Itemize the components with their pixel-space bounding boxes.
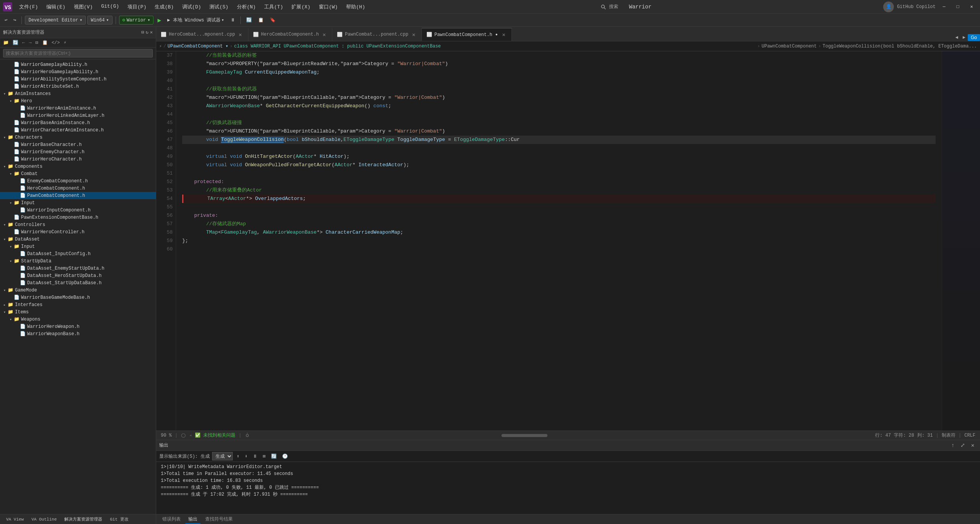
tree-item-WarriorHeroWeapon[interactable]: 📄WarriorHeroWeapon.h <box>0 323 156 330</box>
tree-item-WarriorBaseAnimInstance[interactable]: 📄WarriorBaseAnimInstance.h <box>0 119 156 126</box>
close-button[interactable]: ✕ <box>966 2 977 12</box>
horizontal-scrollbar[interactable] <box>486 434 639 437</box>
code-content[interactable]: //当前装备武器的标签 "macro">UPROPERTY("param">Bl… <box>176 51 942 431</box>
tab-pawncombat-ponent[interactable]: ⬜ PawnCombat...ponent.cpp ✕ <box>332 28 422 41</box>
toolbar-misc-2[interactable]: 📋 <box>256 16 266 24</box>
tree-item-Controllers[interactable]: ▾📁Controllers <box>0 221 156 228</box>
tree-item-WarriorHeroCharacter[interactable]: 📄WarriorHeroCharacter.h <box>0 156 156 163</box>
run-button[interactable]: ▶ <box>155 16 163 25</box>
tab-close-pawncombat[interactable]: ✕ <box>411 31 417 38</box>
project-dropdown[interactable]: ⚙ Warrior ▾ <box>119 16 154 25</box>
breadcrumb-1[interactable]: UPawnCombatComponent ▾ <box>168 43 228 49</box>
avatar[interactable]: 👤 <box>883 2 894 12</box>
maximize-button[interactable]: □ <box>952 2 963 12</box>
tree-item-WarriorCharacterAnimInstance[interactable]: 📄WarriorCharacterAnimInstance.h <box>0 126 156 134</box>
panel-close-icon[interactable]: ✕ <box>969 441 977 450</box>
panel-tool-3[interactable]: ⏸ <box>251 453 259 460</box>
tab-close-herocombat-h[interactable]: ✕ <box>321 31 327 38</box>
tab-scroll-left[interactable]: ◀ <box>953 34 960 41</box>
toolbar-undo[interactable]: ↩ <box>2 16 10 24</box>
tree-item-WarriorBaseCharacter[interactable]: 📄WarriorBaseCharacter.h <box>0 141 156 148</box>
menu-extensions[interactable]: 扩展(X) <box>287 2 314 12</box>
tree-item-WarriorAbilitySystemComponent[interactable]: 📄WarriorAbilitySystemComponent.h <box>0 75 156 83</box>
sidebar-tool-7[interactable]: </> <box>50 39 62 46</box>
sidebar-search-input[interactable] <box>3 49 153 57</box>
tree-item-WarriorHeroController[interactable]: 📄WarriorHeroController.h <box>0 228 156 236</box>
panel-tool-1[interactable]: ⬆ <box>235 453 241 460</box>
zoom-level[interactable]: 90 % <box>161 433 172 438</box>
tree-item-WarriorInputComponent[interactable]: 📄WarriorInputComponent.h <box>0 206 156 214</box>
breadcrumb-4[interactable]: ToggleWeaponCollision(bool bShouldEnable… <box>823 44 977 49</box>
tree-item-StartUpData[interactable]: ▾📁StartUpData <box>0 257 156 265</box>
menu-project[interactable]: 项目(P) <box>124 2 150 12</box>
tab-scroll-right[interactable]: ▶ <box>960 34 968 41</box>
btab-output[interactable]: 输出 <box>185 515 201 524</box>
menu-edit[interactable]: 编辑(E) <box>42 2 69 12</box>
menu-window[interactable]: 窗口(W) <box>315 2 341 12</box>
menu-build[interactable]: 生成(B) <box>151 2 177 12</box>
tree-item-PawnExtensionComponentBase[interactable]: 📄PawnExtensionComponentBase.h <box>0 214 156 221</box>
breadcrumb-2[interactable]: class WARRIOR_API UPawnCombatComponent :… <box>234 44 441 49</box>
menu-test[interactable]: 测试(S) <box>206 2 232 12</box>
menu-git[interactable]: Git(G) <box>97 2 123 12</box>
btab-find-symbols[interactable]: 查找符号结果 <box>202 515 236 523</box>
tree-item-Components[interactable]: ▾📁Components <box>0 163 156 170</box>
breadcrumb-3[interactable]: UPawnCombatComponent <box>762 44 817 49</box>
menu-file[interactable]: 文件(F) <box>15 2 42 12</box>
tree-item-WarriorAttributeSet[interactable]: 📄WarriorAttributeSet.h <box>0 83 156 90</box>
run-label[interactable]: ▶ 本地 Windows 调试器 ▾ <box>165 16 226 24</box>
tab-close-herocombat[interactable]: ✕ <box>237 31 243 38</box>
panel-tool-4[interactable]: ⊠ <box>261 453 267 460</box>
tree-item-Combat[interactable]: ▾📁Combat <box>0 170 156 177</box>
tree-item-InputGroup[interactable]: ▾📁Input <box>0 243 156 250</box>
panel-tool-5[interactable]: 🔄 <box>270 453 278 460</box>
sidebar-tab-va-view[interactable]: VA View <box>3 516 27 522</box>
tree-item-WarriorHeroLinkedAnimLayer[interactable]: 📄WarriorHeroLinkedAnimLayer.h <box>0 112 156 119</box>
platform-dropdown[interactable]: Win64 ▾ <box>87 16 112 25</box>
tree-item-Input[interactable]: ▾📁Input <box>0 199 156 206</box>
sidebar-tool-6[interactable]: 📋 <box>41 39 49 46</box>
btab-errors[interactable]: 错误列表 <box>159 515 184 523</box>
tree-item-AnimInstances[interactable]: ▾📁AnimInstances <box>0 90 156 97</box>
tree-item-Characters[interactable]: ▾📁Characters <box>0 134 156 141</box>
panel-tool-2[interactable]: ⬇ <box>243 453 249 460</box>
sidebar-tool-2[interactable]: 🔄 <box>11 39 20 46</box>
tree-item-DataAsset_HeroStartUpData[interactable]: 📄DataAsset_HeroStartUpData.h <box>0 272 156 279</box>
tree-item-GameMode[interactable]: ▾📁GameMode <box>0 287 156 294</box>
tree-item-DataAsset_EnemyStartUpData[interactable]: 📄DataAsset_EnemyStartUpData.h <box>0 265 156 272</box>
tree-item-EnemyCombatComponent[interactable]: 📄EnemyCombatComponent.h <box>0 177 156 185</box>
tree-item-Weapons[interactable]: ▾📁Weapons <box>0 316 156 323</box>
sidebar-tool-1[interactable]: 📁 <box>2 39 10 46</box>
tree-item-WarriorHeroAnimInstance[interactable]: 📄WarriorHeroAnimInstance.h <box>0 105 156 112</box>
tree-item-DataAsset_StartUpDataBase[interactable]: 📄DataAsset_StartUpDataBase.h <box>0 279 156 287</box>
toolbar-misc-3[interactable]: 🔖 <box>268 16 278 24</box>
sidebar-tool-8[interactable]: ⚡ <box>62 39 68 46</box>
sidebar-close-icon[interactable]: ✕ <box>150 29 153 35</box>
tab-pawncombat-h[interactable]: ⬜ PawnCombatComponent.h ● ✕ <box>422 28 512 41</box>
toolbar-redo[interactable]: ↪ <box>11 16 18 24</box>
output-source-select[interactable]: 生成 调试 <box>212 452 233 460</box>
tree-item-Interfaces[interactable]: ▸📁Interfaces <box>0 301 156 308</box>
tab-close-active[interactable]: ✕ <box>501 32 507 38</box>
tree-item-WarriorHeroGameplayAbility[interactable]: 📄WarriorHeroGameplayAbility.h <box>0 68 156 75</box>
menu-debug[interactable]: 调试(D) <box>178 2 205 12</box>
go-button[interactable]: Go <box>968 34 980 41</box>
tree-item-PawnCombatComponent[interactable]: 📄PawnCombatComponent.h <box>0 192 156 199</box>
panel-up-icon[interactable]: ↑ <box>949 441 957 450</box>
tree-item-Items[interactable]: ▾📁Items <box>0 308 156 316</box>
tab-herocombat-h[interactable]: ⬜ HeroCombatComponent.h ✕ <box>248 28 332 41</box>
tree-item-WarriorWeaponBase[interactable]: 📄WarriorWeaponBase.h <box>0 330 156 337</box>
sidebar-tab-va-outline[interactable]: VA Outline <box>28 516 60 522</box>
panel-tool-6[interactable]: 🕐 <box>281 453 289 460</box>
panel-maximize-icon[interactable]: ⤢ <box>959 441 967 450</box>
sidebar-tool-5[interactable]: ⊟ <box>34 39 39 46</box>
tree-item-HeroCombatComponent[interactable]: 📄HeroCombatComponent.h <box>0 185 156 192</box>
tree-item-DataAsset[interactable]: ▾📁DataAsset <box>0 236 156 243</box>
menu-tools[interactable]: 工具(T) <box>260 2 287 12</box>
sidebar-tab-solution-explorer[interactable]: 解决方案资源管理器 <box>61 516 105 523</box>
menu-help[interactable]: 帮助(H) <box>342 2 369 12</box>
tree-item-WarriorGameplayAbility[interactable]: 📄WarriorGameplayAbility.h <box>0 61 156 68</box>
tree-item-DataAsset_InputConfig[interactable]: 📄DataAsset_InputConfig.h <box>0 250 156 257</box>
tree-item-Hero[interactable]: ▾📁Hero <box>0 97 156 105</box>
sidebar-tool-4[interactable]: → <box>27 39 33 46</box>
